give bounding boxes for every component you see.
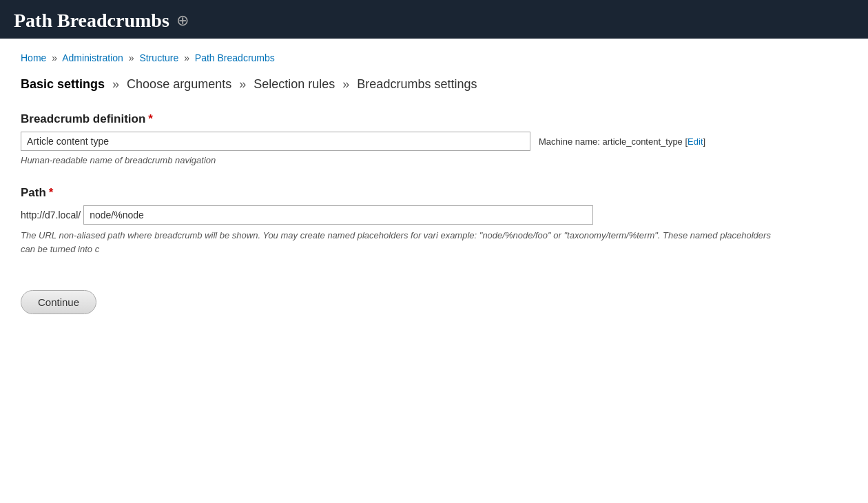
step-navigation: Basic settings » Choose arguments » Sele… [21,77,847,92]
breadcrumb-definition-section: Breadcrumb definition* Machine name: art… [21,112,847,165]
machine-name-label: Machine name: article_content_type [Edit… [539,136,705,147]
breadcrumb-sep-2: » [129,52,134,63]
machine-name-edit-link[interactable]: Edit [688,136,703,147]
add-icon[interactable]: ⊕ [176,12,189,30]
path-label: Path* [21,186,847,200]
page-title: Path Breadcrumbs [14,10,169,32]
step-breadcrumbs-settings: Breadcrumbs settings [357,77,477,91]
breadcrumb-definition-input[interactable] [21,132,530,151]
path-input[interactable] [83,205,593,225]
breadcrumb-sep-3: » [184,52,189,63]
required-star-2: * [49,186,54,199]
breadcrumb-current[interactable]: Path Breadcrumbs [195,52,275,63]
breadcrumb-definition-description: Human-readable name of breadcrumb naviga… [21,155,847,165]
path-description: The URL non-aliased path where breadcrum… [21,229,778,256]
step-basic-settings: Basic settings [21,77,105,91]
breadcrumb-structure[interactable]: Structure [139,52,178,63]
page-header: Path Breadcrumbs ⊕ [0,0,868,39]
breadcrumb-definition-row: Machine name: article_content_type [Edit… [21,132,847,151]
path-row: http://d7.local/ [21,205,847,225]
path-prefix: http://d7.local/ [21,209,81,220]
step-sep-1: » [112,77,119,91]
breadcrumb: Home » Administration » Structure » Path… [21,52,847,63]
required-star-1: * [148,112,153,125]
main-content: Home » Administration » Structure » Path… [0,39,868,328]
path-section: Path* http://d7.local/ The URL non-alias… [21,186,847,256]
breadcrumb-administration[interactable]: Administration [62,52,123,63]
step-sep-2: » [239,77,246,91]
breadcrumb-home[interactable]: Home [21,52,46,63]
step-choose-arguments: Choose arguments [127,77,231,91]
breadcrumb-sep-1: » [52,52,57,63]
step-selection-rules: Selection rules [254,77,335,91]
breadcrumb-definition-label: Breadcrumb definition* [21,112,847,126]
continue-button[interactable]: Continue [21,290,96,314]
step-sep-3: » [342,77,349,91]
